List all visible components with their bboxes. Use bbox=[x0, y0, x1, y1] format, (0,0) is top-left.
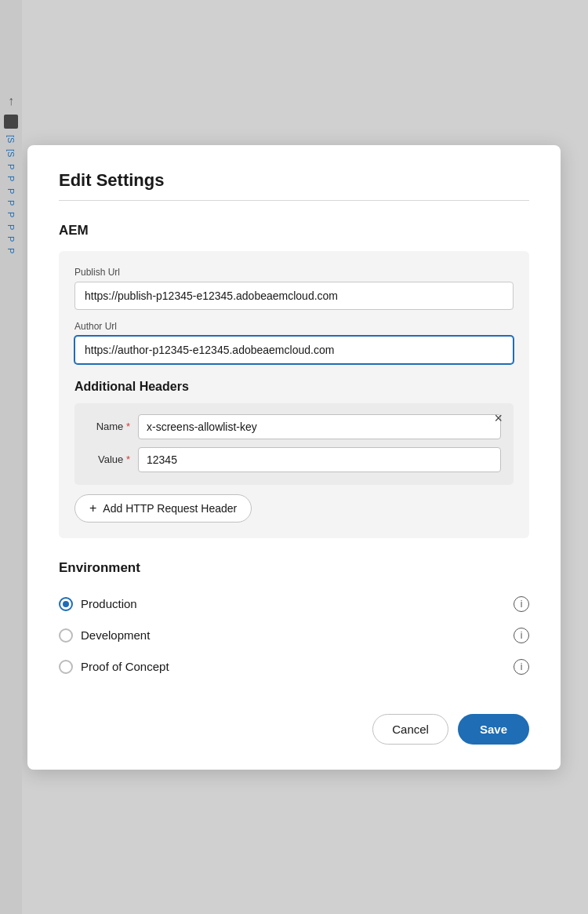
radio-wrapper-development: Development bbox=[59, 628, 504, 643]
radio-wrapper-poc: Proof of Concept bbox=[59, 660, 504, 674]
name-required-star: * bbox=[126, 421, 130, 432]
radio-circle-development[interactable] bbox=[59, 628, 73, 643]
name-row: Name * bbox=[87, 414, 501, 439]
radio-circle-production[interactable] bbox=[59, 597, 73, 611]
radio-option-production[interactable]: Production i bbox=[59, 588, 529, 620]
sidebar-link-p8[interactable]: P bbox=[6, 248, 16, 253]
radio-label-poc: Proof of Concept bbox=[81, 660, 169, 673]
modal-title: Edit Settings bbox=[59, 170, 529, 191]
environment-section: Environment Production i Development i bbox=[59, 560, 529, 683]
cancel-button[interactable]: Cancel bbox=[372, 714, 448, 745]
author-url-label: Author Url bbox=[74, 321, 514, 332]
sidebar-link-2[interactable]: [S bbox=[6, 149, 16, 157]
author-url-input[interactable] bbox=[74, 336, 514, 364]
sidebar-link-p6[interactable]: P bbox=[6, 224, 16, 230]
sidebar-arrow-up: ↑ bbox=[8, 94, 14, 108]
action-bar: Cancel Save bbox=[59, 708, 529, 745]
sidebar: ↑ [S [S P P P P P P P P bbox=[0, 0, 22, 914]
save-button[interactable]: Save bbox=[458, 714, 529, 745]
info-icon-development[interactable]: i bbox=[514, 628, 529, 643]
radio-circle-poc[interactable] bbox=[59, 660, 73, 674]
page-wrapper: ↑ [S [S P P P P P P P P Edit Settings AE… bbox=[0, 0, 588, 914]
additional-headers-title: Additional Headers bbox=[74, 380, 514, 394]
sidebar-link-p5[interactable]: P bbox=[6, 212, 16, 217]
publish-url-input[interactable] bbox=[74, 282, 514, 310]
radio-option-poc[interactable]: Proof of Concept i bbox=[59, 651, 529, 683]
header-card: × Name * Value * bbox=[74, 403, 514, 485]
value-field-label: Value * bbox=[87, 453, 130, 465]
modal-divider bbox=[59, 200, 529, 201]
sidebar-link-p3[interactable]: P bbox=[6, 188, 16, 194]
modal-dialog: Edit Settings AEM Publish Url Author Url… bbox=[27, 145, 561, 770]
info-icon-poc[interactable]: i bbox=[514, 659, 529, 675]
radio-label-development: Development bbox=[81, 628, 150, 642]
aem-section: Publish Url Author Url Additional Header… bbox=[59, 251, 529, 538]
sidebar-icon bbox=[4, 115, 18, 129]
sidebar-link-p2[interactable]: P bbox=[6, 176, 16, 181]
name-field-label: Name * bbox=[87, 421, 130, 432]
sidebar-link-p1[interactable]: P bbox=[6, 164, 16, 169]
radio-dot-production bbox=[63, 601, 69, 607]
publish-url-label: Publish Url bbox=[74, 267, 514, 278]
header-value-input[interactable] bbox=[138, 447, 501, 472]
radio-wrapper-production: Production bbox=[59, 597, 504, 611]
sidebar-link-1[interactable]: [S bbox=[6, 135, 16, 143]
add-header-button[interactable]: + Add HTTP Request Header bbox=[74, 494, 252, 523]
value-row: Value * bbox=[87, 447, 501, 472]
radio-option-development[interactable]: Development i bbox=[59, 620, 529, 651]
close-header-button[interactable]: × bbox=[494, 411, 503, 425]
plus-icon: + bbox=[89, 501, 96, 515]
add-header-label: Add HTTP Request Header bbox=[103, 502, 237, 515]
sidebar-link-p4[interactable]: P bbox=[6, 200, 16, 206]
sidebar-link-p7[interactable]: P bbox=[6, 236, 16, 242]
info-icon-production[interactable]: i bbox=[514, 596, 529, 612]
header-name-input[interactable] bbox=[138, 414, 501, 439]
radio-label-production: Production bbox=[81, 597, 137, 610]
aem-section-title: AEM bbox=[59, 223, 529, 239]
value-required-star: * bbox=[126, 453, 130, 465]
environment-section-title: Environment bbox=[59, 560, 529, 576]
